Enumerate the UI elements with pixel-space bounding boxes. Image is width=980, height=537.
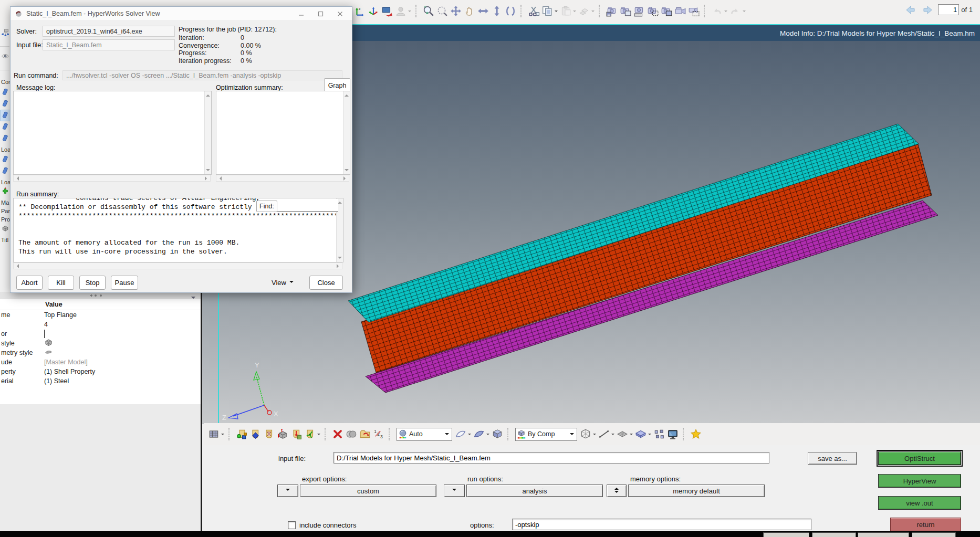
- chevron-down-icon[interactable]: [486, 434, 489, 437]
- component-shape-icon[interactable]: [1, 99, 11, 109]
- camera-window-icon[interactable]: [620, 5, 631, 17]
- entity-row-value[interactable]: [Master Model]: [44, 359, 88, 366]
- plate-icon[interactable]: [635, 428, 647, 440]
- abort-button[interactable]: Abort: [16, 276, 43, 290]
- entity-row-value[interactable]: Top Flange: [44, 311, 77, 319]
- pan-hand-icon[interactable]: [464, 5, 475, 17]
- quad-flat-icon[interactable]: [617, 428, 628, 440]
- entity-editor-row[interactable]: 4: [0, 320, 201, 329]
- hyperview-button[interactable]: HyperView: [878, 474, 961, 488]
- entity-editor-row[interactable]: ude[Master Model]: [0, 357, 201, 367]
- zoom-box-icon[interactable]: [436, 5, 448, 17]
- taskbar-button-partial[interactable]: [763, 532, 809, 537]
- mesh-cube-icon[interactable]: [44, 338, 53, 349]
- taskbar-button-partial[interactable]: [812, 532, 856, 537]
- monitor-icon[interactable]: [667, 428, 679, 440]
- jar-create-icon[interactable]: [236, 428, 247, 440]
- chevron-down-icon[interactable]: [468, 434, 471, 437]
- find-input[interactable]: [277, 199, 338, 212]
- color-swatch[interactable]: [44, 330, 45, 338]
- bycomp-combobox[interactable]: By Comp: [515, 428, 577, 441]
- memory-options-spinner[interactable]: [607, 485, 627, 497]
- close-icon[interactable]: [332, 8, 348, 19]
- component-shape-icon[interactable]: [1, 133, 11, 144]
- star-icon[interactable]: [690, 428, 702, 440]
- stop-button[interactable]: Stop: [79, 276, 106, 290]
- eye-icon[interactable]: [1, 52, 11, 62]
- page-forward-icon[interactable]: [921, 5, 935, 15]
- line-icon[interactable]: [598, 428, 610, 440]
- message-log-hscrollbar[interactable]: [13, 175, 211, 182]
- axis-yzx-icon[interactable]: [368, 5, 379, 17]
- chevron-down-icon[interactable]: [648, 434, 651, 437]
- entity-editor-row[interactable]: meTop Flange: [0, 310, 201, 320]
- run-options-combobox[interactable]: analysis: [466, 485, 603, 497]
- camera-save-icon[interactable]: [606, 5, 618, 17]
- zoom-in-icon[interactable]: [423, 5, 434, 17]
- chevron-down-icon[interactable]: [630, 434, 633, 437]
- optistruct-button[interactable]: OptiStruct: [878, 451, 961, 465]
- run-options-dropdown-button[interactable]: [444, 485, 465, 497]
- cut-icon[interactable]: [528, 5, 539, 17]
- rotate-icon[interactable]: [505, 5, 516, 17]
- cube-solid-icon[interactable]: [492, 428, 503, 440]
- entity-editor-row[interactable]: perty(1) Shell Property: [0, 367, 201, 376]
- maximize-icon[interactable]: [312, 8, 328, 19]
- view-out-button[interactable]: view .out: [878, 496, 961, 510]
- geo-cube-icon[interactable]: [1, 224, 11, 235]
- export-options-dropdown-button[interactable]: [277, 485, 298, 497]
- copy-icon[interactable]: [541, 5, 553, 17]
- folder-arrow-icon[interactable]: [359, 428, 371, 440]
- close-button[interactable]: Close: [309, 276, 343, 290]
- message-log-box[interactable]: [13, 91, 212, 175]
- surf-wire-icon[interactable]: [455, 428, 466, 440]
- optimization-summary-box[interactable]: [216, 91, 350, 175]
- options-field[interactable]: [512, 519, 811, 530]
- entity-row-value[interactable]: (1) Shell Property: [44, 368, 95, 375]
- grid-icon[interactable]: [208, 428, 220, 440]
- component-shape-icon[interactable]: [1, 154, 11, 165]
- spheres-icon[interactable]: [346, 428, 357, 440]
- run-summary-hscrollbar[interactable]: [13, 262, 342, 269]
- jar-entity-icon[interactable]: [249, 428, 261, 440]
- move-icon[interactable]: [450, 5, 462, 17]
- return-button[interactable]: return: [890, 518, 961, 531]
- entity-editor-row[interactable]: style: [0, 339, 201, 348]
- component-shape-icon[interactable]: [1, 110, 11, 121]
- network-icon[interactable]: [1, 28, 11, 39]
- arrows-v-icon[interactable]: [491, 5, 503, 17]
- optimization-summary-vscrollbar[interactable]: [343, 91, 350, 174]
- dialog-title-bar[interactable]: Static_I_Beam.fem - HyperWorks Solver Vi…: [11, 7, 352, 21]
- page-number-input[interactable]: [938, 4, 959, 15]
- taskbar-button-partial[interactable]: [858, 532, 909, 537]
- chevron-down-icon[interactable]: [317, 434, 320, 437]
- video-area-icon[interactable]: [688, 5, 700, 17]
- include-connectors-checkbox[interactable]: [288, 521, 296, 529]
- plus-green-icon[interactable]: [1, 187, 11, 197]
- entity-editor-row[interactable]: metry style: [0, 348, 201, 357]
- chevron-down-icon[interactable]: [611, 434, 614, 437]
- auto-combobox[interactable]: Auto: [397, 428, 452, 441]
- arrows-h-icon[interactable]: [477, 5, 489, 17]
- graph-button[interactable]: Graph: [324, 78, 350, 92]
- jar-load-icon[interactable]: [290, 428, 302, 440]
- component-shape-icon[interactable]: [1, 166, 11, 176]
- taskbar-button-partial[interactable]: [912, 532, 956, 537]
- entity-row-value[interactable]: (1) Steel: [44, 377, 69, 385]
- geom-blob-icon[interactable]: [44, 348, 53, 358]
- renumber-icon[interactable]: 123: [373, 428, 384, 440]
- entity-row-value[interactable]: 4: [44, 321, 48, 328]
- chevron-down-icon[interactable]: [570, 433, 574, 437]
- cube-temp-icon[interactable]: t: [277, 428, 288, 440]
- entity-editor-row[interactable]: or: [0, 329, 201, 339]
- delete-icon[interactable]: [332, 428, 343, 440]
- chevron-down-icon[interactable]: [221, 434, 224, 437]
- camera-region-icon[interactable]: [661, 5, 672, 17]
- surf-shaded-icon[interactable]: [473, 428, 485, 440]
- jar-delay-icon[interactable]: [263, 428, 275, 440]
- component-shape-icon[interactable]: [1, 87, 11, 98]
- chevron-down-icon[interactable]: [593, 434, 596, 437]
- memory-options-combobox[interactable]: memory default: [628, 485, 765, 497]
- camera-area-icon[interactable]: [647, 5, 659, 17]
- view-dropdown-button[interactable]: View: [269, 276, 296, 289]
